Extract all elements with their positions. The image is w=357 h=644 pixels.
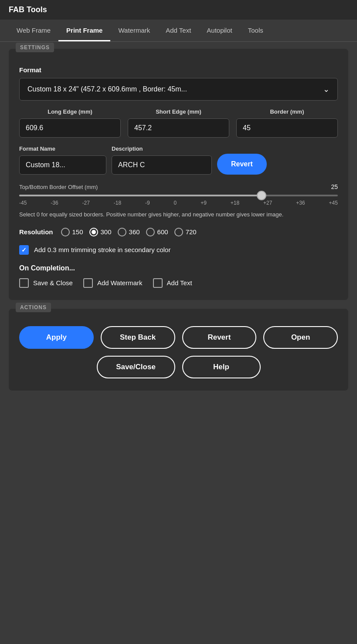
format-label: Format [19,66,338,74]
format-name-group: Format Name [19,145,106,175]
tick-7: +18 [231,200,239,206]
tick-6: +9 [201,200,207,206]
slider-ticks: -45 -36 -27 -18 -9 0 +9 +18 +27 +36 +45 [19,200,338,206]
tick-10: +45 [329,200,338,206]
save-close-button[interactable]: Save/Close [97,356,175,378]
slider-track [19,195,338,196]
add-text-label: Add Text [167,279,192,287]
tick-4: -9 [145,200,150,206]
radio-circle-360 [118,228,126,236]
slider-value: 25 [331,183,338,190]
chevron-down-icon: ⌄ [323,84,330,94]
description-label: Description [112,145,212,152]
format-name-input[interactable] [19,155,106,175]
actions-row-1: Apply Step Back Revert Open [19,326,338,349]
apply-button[interactable]: Apply [19,326,94,349]
nav-tabs: Web Frame Print Frame Watermark Add Text… [0,20,357,42]
radio-360[interactable]: 360 [118,228,140,236]
completion-save-close[interactable]: Save & Close [19,278,73,288]
step-back-button[interactable]: Step Back [101,326,175,349]
short-edge-input[interactable] [128,118,229,138]
radio-label-150: 150 [72,228,83,236]
format-dropdown[interactable]: Custom 18 x 24" (457.2 x 609.6mm , Borde… [19,78,338,101]
border-input[interactable] [236,118,338,138]
actions-label: ACTIONS [16,303,51,312]
revert-inline-button[interactable]: Revert [217,154,267,175]
description-input[interactable] [112,155,212,175]
main-content: SETTINGS Format Custom 18 x 24" (457.2 x… [0,42,357,398]
edge-inputs-row: Long Edge (mm) Short Edge (mm) Border (m… [19,108,338,138]
radio-720[interactable]: 720 [174,228,197,236]
trimming-stroke-checkbox[interactable]: ✓ [19,245,29,255]
radio-circle-600 [146,228,155,236]
radio-circle-300 [89,228,98,236]
app-title: FAB Tools [9,5,47,14]
actions-row-2: Save/Close Help [19,356,338,378]
radio-300[interactable]: 300 [89,228,112,236]
radio-150[interactable]: 150 [61,228,83,236]
tick-2: -27 [82,200,90,206]
save-close-label: Save & Close [33,279,73,287]
tick-0: -45 [19,200,27,206]
title-bar: FAB Tools [0,0,357,20]
tab-print-frame[interactable]: Print Frame [58,20,110,41]
trimming-stroke-label: Add 0.3 mm trimming stroke in secondary … [34,246,170,253]
long-edge-input[interactable] [19,118,121,138]
tab-add-text[interactable]: Add Text [158,20,199,41]
border-label: Border (mm) [236,108,338,115]
name-desc-row: Format Name Description Revert [19,145,338,175]
tab-autopilot[interactable]: Autopilot [199,20,240,41]
tick-8: +27 [263,200,272,206]
resolution-row: Resolution 150 300 360 600 720 [19,228,338,236]
save-close-checkbox[interactable] [19,278,29,288]
add-watermark-checkbox[interactable] [83,278,93,288]
actions-section: ACTIONS Apply Step Back Revert Open Save… [9,309,348,391]
tick-1: -36 [51,200,58,206]
checkmark-icon: ✓ [21,246,27,253]
radio-label-720: 720 [186,228,197,236]
tab-web-frame[interactable]: Web Frame [9,20,58,41]
settings-section: SETTINGS Format Custom 18 x 24" (457.2 x… [9,49,348,300]
radio-label-360: 360 [129,228,140,236]
radio-label-300: 300 [101,228,112,236]
tab-tools[interactable]: Tools [240,20,271,41]
slider-wrapper[interactable] [19,195,338,196]
open-button[interactable]: Open [263,326,338,349]
slider-hint: Select 0 for equally sized borders. Posi… [19,210,338,219]
tab-watermark[interactable]: Watermark [110,20,158,41]
on-completion-label: On Completion... [19,264,338,272]
add-text-checkbox[interactable] [153,278,163,288]
tick-9: +36 [296,200,305,206]
resolution-label: Resolution [19,228,53,236]
radio-600[interactable]: 600 [146,228,168,236]
format-dropdown-value: Custom 18 x 24" (457.2 x 609.6mm , Borde… [27,85,187,93]
radio-circle-720 [174,228,183,236]
add-watermark-label: Add Watermark [97,279,143,287]
slider-label: Top/Bottom Border Offset (mm) [19,184,98,190]
long-edge-group: Long Edge (mm) [19,108,121,138]
radio-label-600: 600 [157,228,168,236]
completion-add-text[interactable]: Add Text [153,278,192,288]
long-edge-label: Long Edge (mm) [19,108,121,115]
border-group: Border (mm) [236,108,338,138]
completion-add-watermark[interactable]: Add Watermark [83,278,143,288]
slider-fill [19,195,262,196]
settings-label: SETTINGS [16,43,54,52]
slider-label-row: Top/Bottom Border Offset (mm) 25 [19,183,338,190]
short-edge-label: Short Edge (mm) [128,108,229,115]
help-button[interactable]: Help [182,356,261,378]
description-group: Description [112,145,212,175]
radio-circle-150 [61,228,70,236]
tick-3: -18 [114,200,121,206]
trimming-checkbox-row: ✓ Add 0.3 mm trimming stroke in secondar… [19,245,338,255]
format-name-label: Format Name [19,145,106,152]
slider-thumb[interactable] [257,191,266,200]
revert-button[interactable]: Revert [182,326,257,349]
tick-5: 0 [174,200,177,206]
completion-checkboxes: Save & Close Add Watermark Add Text [19,278,338,288]
short-edge-group: Short Edge (mm) [128,108,229,138]
